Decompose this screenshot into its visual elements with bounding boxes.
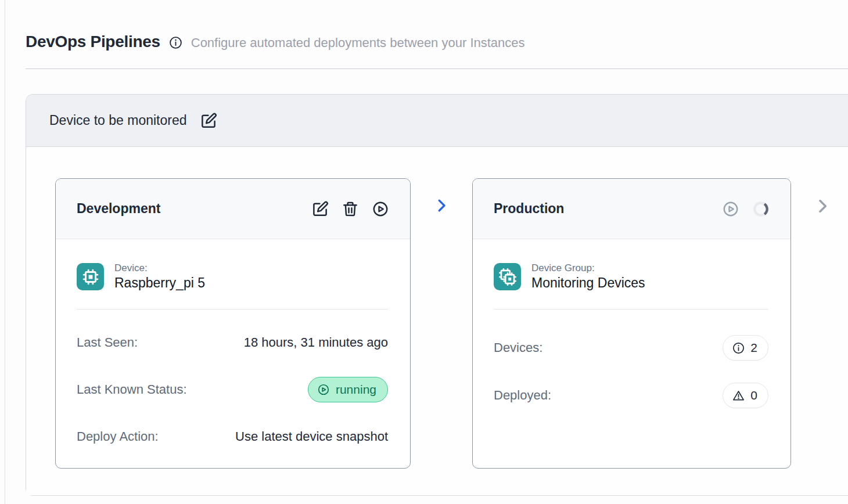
development-stage-header: Development [56, 179, 410, 239]
devices-label: Devices: [494, 340, 542, 355]
header-divider [26, 69, 848, 69]
panel-header: Device to be monitored [26, 95, 848, 147]
stage-title: Production [494, 201, 564, 217]
info-circle-icon [732, 341, 745, 355]
devices-count-pill[interactable]: 2 [723, 335, 768, 361]
chip-icon [77, 263, 104, 290]
status-text: running [336, 383, 376, 397]
device-summary: Device: Raspberry_pi 5 [77, 262, 388, 291]
last-seen-value: 18 hours, 31 minutes ago [244, 335, 388, 350]
deployed-count-pill[interactable]: 0 [723, 383, 768, 408]
device-group-summary: Device Group: Monitoring Devices [494, 262, 768, 291]
edit-panel-button[interactable] [200, 112, 217, 129]
chip-group-icon [494, 263, 521, 290]
page-left-divider [5, 0, 5, 504]
development-stage-actions [311, 200, 389, 218]
deploy-action-row: Deploy Action: Use latest device snapsho… [77, 429, 388, 444]
page-subtitle: Configure automated deployments between … [191, 35, 525, 51]
run-stage-button-disabled[interactable] [722, 200, 739, 218]
production-stage-body: Device Group: Monitoring Devices Devices… [473, 239, 790, 468]
production-stage-actions [722, 200, 770, 218]
last-seen-label: Last Seen: [77, 335, 138, 350]
play-circle-icon [722, 200, 739, 218]
deployed-row: Deployed: 0 [494, 383, 768, 408]
devices-count: 2 [750, 341, 757, 355]
deploy-action-label: Deploy Action: [77, 429, 159, 444]
next-stage-button[interactable] [813, 197, 832, 215]
edit-icon [200, 112, 217, 129]
chevron-right-icon [813, 197, 832, 215]
panel-title: Device to be monitored [49, 113, 187, 128]
device-name: Raspberry_pi 5 [114, 275, 205, 291]
page-header: DevOps Pipelines Configure automated dep… [26, 33, 848, 51]
production-stage-header: Production [473, 179, 790, 239]
trash-icon [342, 200, 359, 218]
delete-stage-button[interactable] [342, 200, 359, 218]
stage-title: Development [77, 201, 160, 217]
play-circle-icon [372, 200, 389, 218]
production-stage-card: Production [472, 178, 791, 469]
status-label: Last Known Status: [77, 382, 187, 397]
deploy-action-value: Use latest device snapshot [235, 429, 388, 444]
page-title: DevOps Pipelines [26, 33, 160, 51]
spinner-icon [752, 200, 770, 218]
status-badge: running [308, 377, 388, 402]
warning-triangle-icon [732, 389, 745, 402]
deployed-label: Deployed: [494, 388, 551, 403]
last-known-status-row: Last Known Status: running [77, 377, 388, 402]
chevron-right-icon [433, 197, 450, 214]
last-seen-row: Last Seen: 18 hours, 31 minutes ago [77, 335, 388, 350]
devices-row: Devices: 2 [494, 335, 768, 361]
card-divider [494, 309, 768, 309]
deployed-count: 0 [750, 388, 757, 402]
run-stage-button[interactable] [372, 200, 389, 218]
device-group-label: Device Group: [531, 262, 645, 274]
devops-pipelines-page: DevOps Pipelines Configure automated dep… [0, 0, 848, 504]
edit-stage-button[interactable] [311, 200, 329, 218]
development-stage-card: Development [55, 178, 411, 469]
edit-icon [311, 200, 329, 218]
development-stage-body: Device: Raspberry_pi 5 Last Seen: 18 hou… [56, 239, 410, 471]
device-label: Device: [114, 262, 205, 274]
pipeline-flow: Development [26, 147, 848, 495]
flow-arrow [411, 197, 472, 214]
card-divider [77, 309, 388, 309]
info-circle-icon[interactable] [168, 35, 183, 50]
monitored-device-panel: Device to be monitored Development [26, 94, 848, 496]
device-group-name: Monitoring Devices [531, 275, 645, 291]
play-circle-icon [317, 383, 330, 396]
